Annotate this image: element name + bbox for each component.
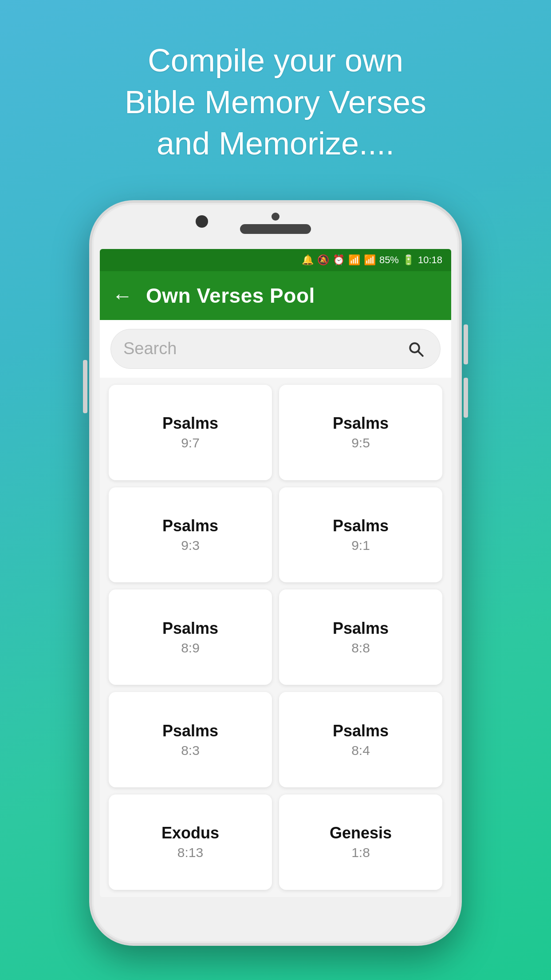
- phone-device: 🔔 🔕 ⏰ 📶 📶 85% 🔋 10:18 ← Own Verses Pool …: [89, 200, 462, 946]
- verse-ref: 9:5: [351, 435, 370, 450]
- verse-card[interactable]: Genesis1:8: [279, 794, 442, 890]
- phone-top-bar: [240, 213, 311, 234]
- search-icon[interactable]: [404, 337, 428, 361]
- verse-ref: 8:8: [351, 640, 370, 656]
- verse-book: Psalms: [162, 619, 218, 638]
- verse-card[interactable]: Psalms8:9: [109, 589, 272, 685]
- verse-ref: 1:8: [351, 845, 370, 860]
- phone-screen: 🔔 🔕 ⏰ 📶 📶 85% 🔋 10:18 ← Own Verses Pool …: [100, 249, 451, 897]
- verse-book: Psalms: [162, 414, 218, 433]
- headline-line1: Compile your own: [148, 43, 403, 78]
- verse-ref: 8:3: [181, 743, 200, 758]
- signal-icon: 📶: [364, 254, 376, 266]
- front-camera: [196, 215, 208, 228]
- svg-line-1: [418, 351, 423, 356]
- verse-card[interactable]: Psalms9:3: [109, 487, 272, 583]
- wifi-icon: 📶: [348, 254, 360, 266]
- verse-ref: 8:4: [351, 743, 370, 758]
- time-display: 10:18: [418, 254, 442, 266]
- verse-ref: 8:9: [181, 640, 200, 656]
- verse-ref: 9:3: [181, 538, 200, 553]
- battery-percent: 85%: [379, 254, 399, 266]
- status-icons: 🔔 🔕 ⏰ 📶 📶 85% 🔋 10:18: [302, 254, 442, 266]
- search-container: Search: [100, 320, 451, 378]
- power-button: [83, 360, 87, 413]
- verse-book: Psalms: [333, 517, 389, 535]
- volume-up-button: [464, 324, 468, 364]
- verse-card[interactable]: Psalms8:8: [279, 589, 442, 685]
- verse-ref: 9:7: [181, 435, 200, 450]
- verse-card[interactable]: Psalms9:5: [279, 385, 442, 480]
- clock-icon: ⏰: [333, 254, 345, 266]
- search-input[interactable]: Search: [123, 339, 404, 358]
- verse-card[interactable]: Exodus8:13: [109, 794, 272, 890]
- verse-book: Genesis: [330, 824, 392, 842]
- verse-book: Psalms: [162, 722, 218, 740]
- back-button[interactable]: ←: [112, 285, 133, 306]
- headline: Compile your own Bible Memory Verses and…: [89, 40, 462, 165]
- volume-down-button: [464, 378, 468, 418]
- verse-card[interactable]: Psalms8:3: [109, 692, 272, 787]
- verse-card[interactable]: Psalms9:1: [279, 487, 442, 583]
- verse-book: Exodus: [161, 824, 219, 842]
- alarm-icon: 🔔: [302, 254, 314, 266]
- app-bar-title: Own Verses Pool: [146, 284, 315, 308]
- verse-ref: 9:1: [351, 538, 370, 553]
- headline-line3: and Memorize....: [157, 126, 394, 161]
- mute-icon: 🔕: [317, 254, 329, 266]
- camera-dot: [272, 213, 279, 221]
- search-bar[interactable]: Search: [110, 329, 441, 369]
- battery-icon: 🔋: [402, 254, 414, 266]
- status-bar: 🔔 🔕 ⏰ 📶 📶 85% 🔋 10:18: [100, 249, 451, 271]
- speaker-bar: [240, 224, 311, 234]
- verse-book: Psalms: [162, 517, 218, 535]
- verse-book: Psalms: [333, 619, 389, 638]
- verse-book: Psalms: [333, 722, 389, 740]
- app-bar: ← Own Verses Pool: [100, 271, 451, 320]
- verse-book: Psalms: [333, 414, 389, 433]
- verse-ref: 8:13: [177, 845, 203, 860]
- verse-card[interactable]: Psalms8:4: [279, 692, 442, 787]
- headline-line2: Bible Memory Verses: [125, 84, 426, 120]
- verse-card[interactable]: Psalms9:7: [109, 385, 272, 480]
- verse-grid: Psalms9:7Psalms9:5Psalms9:3Psalms9:1Psal…: [100, 378, 451, 897]
